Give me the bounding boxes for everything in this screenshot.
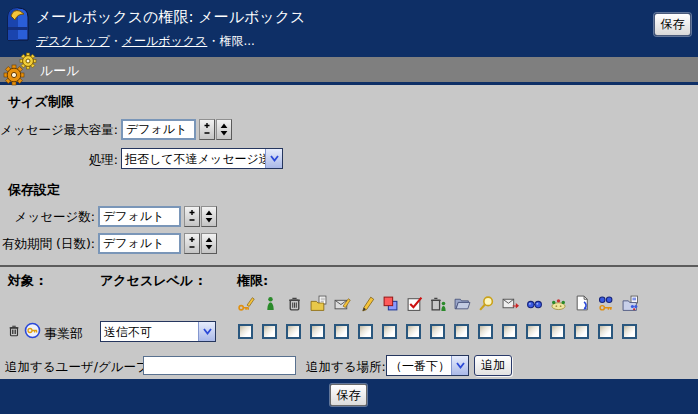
permission-doc-arrow-icon[interactable] — [573, 294, 591, 312]
add-place-select[interactable]: （一番下） — [386, 355, 469, 376]
breadcrumb: デスクトップ・メールボックス・権限... — [36, 33, 255, 50]
permission-checkbox-9[interactable] — [430, 324, 445, 339]
up-down-icon — [204, 209, 214, 224]
up-down-icon — [204, 236, 214, 251]
message-count-input[interactable] — [98, 206, 181, 227]
permission-folder-open-icon[interactable] — [453, 294, 471, 312]
save-button-top[interactable]: 保存 — [654, 13, 691, 36]
plus-minus-icon — [187, 236, 197, 251]
chevron-down-icon — [198, 322, 215, 341]
message-count-updown-button[interactable] — [201, 206, 217, 227]
access-level-select-value: 送信不可 — [101, 322, 198, 341]
permission-glasses-key-icon[interactable] — [597, 294, 615, 312]
rules-toolbar — [0, 57, 698, 85]
permission-checkbox-6[interactable] — [358, 324, 373, 339]
plus-minus-icon — [187, 209, 197, 224]
action-select[interactable]: 拒否して不達メッセージ送信 — [121, 148, 283, 169]
plus-minus-icon — [202, 122, 212, 137]
up-down-icon — [219, 122, 229, 137]
add-place-select-value: （一番下） — [387, 356, 451, 375]
permission-checkbox-8[interactable] — [406, 324, 421, 339]
permission-pencil-icon[interactable] — [357, 294, 375, 312]
permission-checkbox-13[interactable] — [526, 324, 541, 339]
max-size-label: メッセージ最大容量: — [0, 122, 118, 139]
action-select-value: 拒否して不達メッセージ送信 — [122, 149, 265, 168]
permission-person-icon[interactable] — [261, 294, 279, 312]
message-count-label: メッセージ数: — [0, 209, 95, 226]
permission-checkbox-17[interactable] — [622, 324, 637, 339]
add-place-label: 追加する場所: — [306, 359, 386, 376]
message-count-plusminus-button[interactable] — [184, 206, 200, 227]
permission-checkbox-2[interactable] — [262, 324, 277, 339]
target-column-header: 対象 : — [8, 272, 44, 290]
group-key-icon — [24, 322, 41, 339]
gears-icon — [2, 50, 40, 88]
permission-checkbox-5[interactable] — [334, 324, 349, 339]
permission-trash-person-icon[interactable] — [429, 294, 447, 312]
chevron-down-icon — [265, 149, 282, 168]
add-user-input[interactable] — [143, 356, 296, 375]
permission-checkbox-15[interactable] — [574, 324, 589, 339]
access-level-select[interactable]: 送信不可 — [100, 321, 216, 342]
permission-squares-icon[interactable] — [381, 294, 399, 312]
permission-checkboxes-row — [238, 324, 646, 339]
permission-mail-forward-icon[interactable] — [501, 294, 519, 312]
period-plusminus-button[interactable] — [184, 233, 200, 254]
permissions-column-header: 権限: — [237, 272, 268, 290]
breadcrumb-link-mailbox[interactable]: メールボックス — [122, 34, 208, 48]
action-label: 処理: — [0, 152, 118, 169]
breadcrumb-separator: ・ — [110, 34, 122, 48]
permission-checkbox-4[interactable] — [310, 324, 325, 339]
toolbar-label: ルール — [40, 62, 80, 80]
max-size-input[interactable] — [121, 119, 196, 140]
permission-checkbox-10[interactable] — [454, 324, 469, 339]
breadcrumb-tail: ・権限... — [207, 34, 254, 48]
permission-trash-icon[interactable] — [285, 294, 303, 312]
permission-checkbox-14[interactable] — [550, 324, 565, 339]
permission-checkbox-7[interactable] — [382, 324, 397, 339]
breadcrumb-link-desktop[interactable]: デスクトップ — [36, 34, 110, 48]
max-size-updown-button[interactable] — [216, 119, 232, 140]
permission-key-edit-icon[interactable] — [237, 294, 255, 312]
permission-checkbox-1[interactable] — [238, 324, 253, 339]
size-section-heading: サイズ制限 — [8, 93, 74, 111]
access-level-column-header: アクセスレベル : — [100, 272, 203, 290]
retention-section-heading: 保存設定 — [8, 181, 60, 199]
max-size-plusminus-button[interactable] — [199, 119, 215, 140]
permission-checkbox-12[interactable] — [502, 324, 517, 339]
delete-row-trash-icon[interactable] — [7, 323, 21, 338]
period-input[interactable] — [98, 233, 181, 254]
permission-folder-glasses-icon[interactable] — [621, 294, 639, 312]
add-user-label: 追加するユーザ/グループ: — [5, 359, 153, 376]
permission-magnifier-icon[interactable] — [477, 294, 495, 312]
permission-folder-note-icon[interactable] — [309, 294, 327, 312]
page-title: メールボックスの権限: メールボックス — [36, 8, 305, 27]
period-updown-button[interactable] — [201, 233, 217, 254]
permission-group-icon[interactable] — [549, 294, 567, 312]
chevron-down-icon — [451, 356, 468, 375]
permission-glasses-icon[interactable] — [525, 294, 543, 312]
permission-icons-row — [237, 294, 645, 312]
permission-checkbox-3[interactable] — [286, 324, 301, 339]
period-label: 有効期間 (日数): — [0, 236, 95, 253]
acl-row-target-name: 事業部 — [44, 325, 83, 343]
section-divider — [0, 265, 698, 267]
mailbox-icon — [4, 4, 32, 44]
permission-checkbox-11[interactable] — [478, 324, 493, 339]
permission-mail-edit-icon[interactable] — [333, 294, 351, 312]
permission-checkbox-16[interactable] — [598, 324, 613, 339]
permission-checkmark-icon[interactable] — [405, 294, 423, 312]
add-button[interactable]: 追加 — [474, 355, 512, 376]
save-button-bottom[interactable]: 保存 — [330, 384, 367, 406]
